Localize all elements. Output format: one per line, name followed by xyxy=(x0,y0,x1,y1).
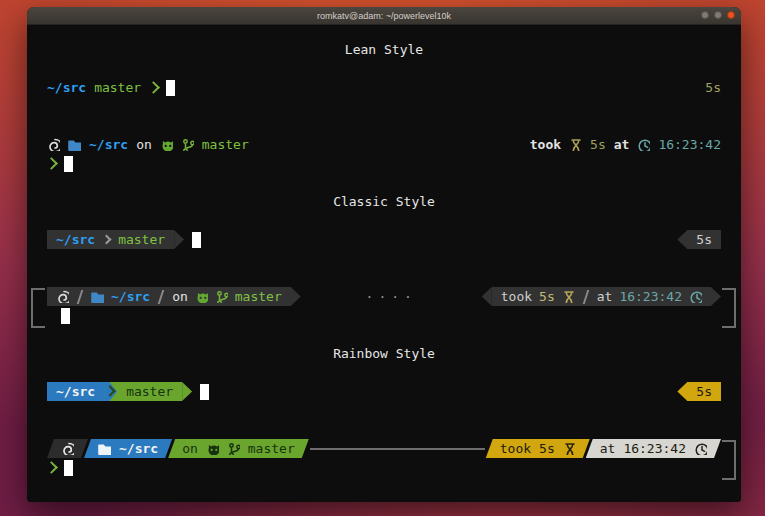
rainbow-heading: Rainbow Style xyxy=(47,344,721,363)
lean-heading: Lean Style xyxy=(47,40,721,59)
terminal-window: romkatv@adam: ~/powerlevel10k Lean Style… xyxy=(27,7,741,502)
gap-filler-dots: ···· xyxy=(301,289,482,304)
folder-icon xyxy=(68,138,81,151)
debian-swirl-icon xyxy=(47,138,60,151)
branch-segment: on master xyxy=(168,439,309,458)
dir-path: ~/src xyxy=(89,137,128,152)
classic-input-line xyxy=(47,306,721,325)
segment-separator-icon xyxy=(102,235,112,245)
cursor xyxy=(192,232,201,248)
classic-heading: Classic Style xyxy=(47,192,721,211)
classic-bar: ~/src on master ···· took 5s xyxy=(47,287,721,306)
git-branch-icon xyxy=(227,442,240,455)
folder-icon xyxy=(98,442,111,455)
dir-path: ~/src xyxy=(56,384,95,399)
powerline-arrow-icon xyxy=(482,287,492,306)
command-duration: 5s xyxy=(696,232,712,247)
branch-segment: master xyxy=(117,382,182,401)
dir-path: ~/src xyxy=(56,232,95,247)
dir-path: ~/src xyxy=(47,80,86,95)
hourglass-icon xyxy=(569,138,582,151)
window-controls xyxy=(701,11,735,19)
rainbow-input-line xyxy=(47,458,721,477)
at-label: at xyxy=(600,441,616,456)
powerline-arrow-icon xyxy=(677,230,687,249)
hourglass-icon xyxy=(563,442,576,455)
prompt-chevron-icon xyxy=(45,157,58,170)
octocat-icon xyxy=(195,290,208,303)
rainbow-bar: ~/src on master took 5s xyxy=(47,439,721,458)
at-label: at xyxy=(614,137,630,152)
octocat-icon xyxy=(206,442,219,455)
command-duration: 5s xyxy=(696,384,712,399)
powerline-arrow-icon xyxy=(182,382,192,401)
lean-prompt-full-line2 xyxy=(47,154,721,173)
command-duration: 5s xyxy=(539,289,555,304)
segment-arrow-icon xyxy=(104,382,117,401)
right-bar: took 5s at 16:23:42 xyxy=(492,287,711,306)
frame-right-bracket xyxy=(722,440,736,480)
rainbow-prompt-short: ~/src master 5s xyxy=(47,382,721,401)
rainbow-prompt-full: ~/src on master took 5s xyxy=(47,439,721,477)
dir-segment: ~/src xyxy=(84,439,172,458)
debian-swirl-icon xyxy=(56,290,69,303)
folder-icon xyxy=(91,290,104,303)
duration-segment: took 5s xyxy=(486,439,590,458)
git-branch-icon xyxy=(215,290,228,303)
took-label: took xyxy=(500,441,531,456)
cursor xyxy=(64,460,73,476)
thin-separator-icon xyxy=(77,290,84,304)
command-duration: 5s xyxy=(539,441,555,456)
maximize-button[interactable] xyxy=(714,11,722,19)
time-value: 16:23:42 xyxy=(619,289,682,304)
lean-prompt-full-line1: ~/src on master took 5s at 16:23:42 xyxy=(47,135,721,154)
git-branch-name: master xyxy=(126,384,173,399)
cursor xyxy=(200,384,209,400)
powerline-arrow-icon xyxy=(174,230,184,249)
os-segment xyxy=(47,439,88,458)
git-branch-icon xyxy=(181,138,194,151)
took-label: took xyxy=(501,289,532,304)
on-label: on xyxy=(182,441,198,456)
powerline-arrow-icon xyxy=(677,382,687,401)
on-label: on xyxy=(136,137,152,152)
clock-icon xyxy=(689,290,702,303)
clock-icon xyxy=(694,442,707,455)
hourglass-icon xyxy=(562,290,575,303)
prompt-chevron-icon xyxy=(45,461,58,474)
powerline-arrow-icon xyxy=(711,287,721,306)
time-segment: at 16:23:42 xyxy=(586,439,721,458)
dir-path: ~/src xyxy=(119,441,158,456)
classic-prompt-full: ~/src on master ···· took 5s xyxy=(47,287,721,325)
git-branch-name: master xyxy=(118,232,165,247)
duration-segment: 5s xyxy=(687,230,721,249)
gap-filler-line xyxy=(310,448,485,450)
git-branch-name: master xyxy=(202,137,249,152)
cursor xyxy=(61,308,70,324)
titlebar[interactable]: romkatv@adam: ~/powerlevel10k xyxy=(27,7,741,25)
lean-prompt-short: ~/src master 5s xyxy=(47,78,721,97)
powerline-arrow-icon xyxy=(291,287,301,306)
classic-prompt-short: ~/src master 5s xyxy=(47,230,721,249)
close-button[interactable] xyxy=(727,11,735,19)
minimize-button[interactable] xyxy=(701,11,709,19)
cursor xyxy=(166,80,175,96)
prompt-chevron-icon xyxy=(147,81,160,94)
git-branch-name: master xyxy=(248,441,295,456)
thin-separator-icon xyxy=(158,290,165,304)
command-duration: 5s xyxy=(590,137,606,152)
on-label: on xyxy=(172,289,188,304)
duration-segment: 5s xyxy=(687,382,721,401)
octocat-icon xyxy=(160,138,173,151)
git-branch-name: master xyxy=(235,289,282,304)
terminal-content[interactable]: Lean Style ~/src master 5s ~/src on xyxy=(27,25,741,502)
at-label: at xyxy=(597,289,613,304)
window-title: romkatv@adam: ~/powerlevel10k xyxy=(317,11,451,21)
time-value: 16:23:42 xyxy=(658,137,721,152)
dir-segment: ~/src master xyxy=(47,230,174,249)
cursor xyxy=(64,156,73,172)
took-label: took xyxy=(530,137,561,152)
thin-separator-icon xyxy=(582,290,589,304)
frame-right-bracket xyxy=(722,288,736,328)
command-duration: 5s xyxy=(705,80,721,95)
